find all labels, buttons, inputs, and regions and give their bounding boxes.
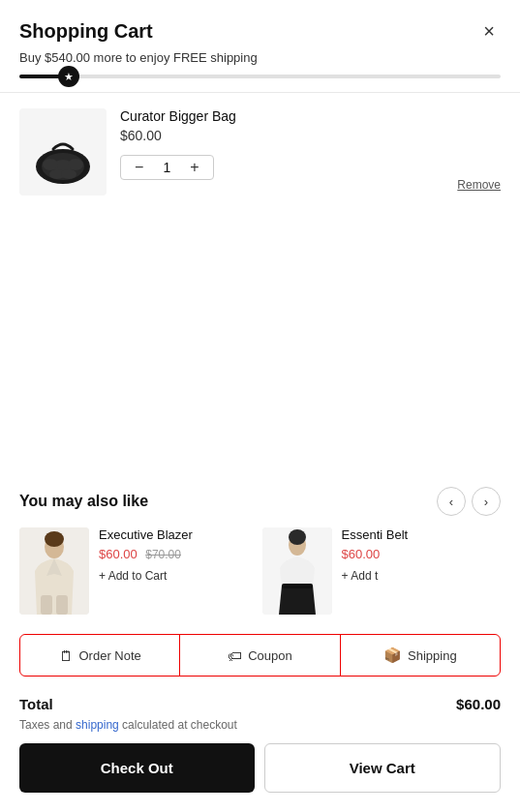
rec-details-1: Essenti Belt $60.00 + Add t <box>342 527 409 615</box>
item-image <box>19 108 107 195</box>
progress-bar-wrap: ★ <box>0 75 520 92</box>
rec-name-1: Essenti Belt <box>342 527 409 542</box>
svg-point-3 <box>43 159 58 170</box>
svg-point-15 <box>289 529 306 545</box>
svg-point-4 <box>68 159 83 170</box>
cart-header: Shopping Cart × <box>0 0 520 50</box>
recommendations-header: You may also like ‹ › <box>19 487 501 516</box>
checkout-button[interactable]: Check Out <box>19 743 255 793</box>
close-button[interactable]: × <box>477 19 501 43</box>
recommendations-section: You may also like ‹ › <box>0 471 520 624</box>
rec-item-0: Executive Blazer $60.00 $70.00 + Add to … <box>19 527 251 615</box>
rec-details-0: Executive Blazer $60.00 $70.00 + Add to … <box>99 527 193 615</box>
quantity-increase-button[interactable]: + <box>186 160 202 175</box>
rec-sale-price-1: $60.00 <box>342 547 381 561</box>
cart-title: Shopping Cart <box>19 20 153 43</box>
rec-image-1 <box>262 527 332 615</box>
shipping-link[interactable]: shipping <box>76 718 119 732</box>
rec-name-0: Executive Blazer <box>99 527 193 542</box>
order-note-button[interactable]: 🗒 Order Note <box>20 635 179 676</box>
quantity-controls: − 1 + <box>120 155 214 180</box>
order-note-icon: 🗒 <box>59 647 74 664</box>
progress-star-icon: ★ <box>58 66 79 87</box>
quantity-value: 1 <box>159 160 174 175</box>
spacer <box>0 211 520 471</box>
item-name: Curator Bigger Bag <box>120 108 444 124</box>
svg-rect-9 <box>41 595 52 615</box>
shipping-icon: 📦 <box>383 647 402 664</box>
tax-prefix: Taxes and <box>19 718 76 732</box>
next-arrow-button[interactable]: › <box>472 487 501 516</box>
prev-arrow-button[interactable]: ‹ <box>437 487 466 516</box>
total-label: Total <box>19 696 53 712</box>
total-section: Total $60.00 <box>0 686 520 716</box>
nav-arrows: ‹ › <box>437 487 501 516</box>
svg-rect-14 <box>282 584 313 588</box>
rec-price-1: $60.00 <box>342 545 409 562</box>
tax-suffix: calculated at checkout <box>119 718 237 732</box>
shipping-button[interactable]: 📦 Shipping <box>340 635 500 676</box>
progress-bar-bg: ★ <box>19 75 501 78</box>
rec-orig-price-0: $70.00 <box>145 548 181 561</box>
cart-panel: Shopping Cart × Buy $540.00 more to enjo… <box>0 0 520 812</box>
rec-add-button-1[interactable]: + Add t <box>342 569 409 583</box>
coupon-label: Coupon <box>248 648 292 663</box>
recommendations-title: You may also like <box>19 493 148 510</box>
rec-add-button-0[interactable]: + Add to Cart <box>99 569 193 583</box>
item-price: $60.00 <box>120 128 444 143</box>
remove-button[interactable]: Remove <box>457 178 501 192</box>
action-bar: 🗒 Order Note 🏷 Coupon 📦 Shipping <box>19 634 501 677</box>
checkout-row: Check Out View Cart <box>0 743 520 812</box>
view-cart-button[interactable]: View Cart <box>264 743 502 793</box>
shipping-label: Shipping <box>408 648 457 663</box>
tax-note: Taxes and shipping calculated at checkou… <box>0 716 520 743</box>
recommendation-list: Executive Blazer $60.00 $70.00 + Add to … <box>19 527 501 615</box>
rec-item-1: Essenti Belt $60.00 + Add t <box>262 527 494 615</box>
bag-svg <box>29 118 97 186</box>
rec-price-0: $60.00 $70.00 <box>99 545 193 562</box>
coupon-icon: 🏷 <box>228 647 242 664</box>
svg-rect-10 <box>56 595 68 615</box>
item-details: Curator Bigger Bag $60.00 − 1 + <box>120 108 444 180</box>
cart-item: Curator Bigger Bag $60.00 − 1 + Remove <box>0 93 520 211</box>
quantity-decrease-button[interactable]: − <box>131 160 147 175</box>
total-amount: $60.00 <box>456 696 501 712</box>
svg-point-6 <box>61 169 76 179</box>
order-note-label: Order Note <box>79 648 141 663</box>
coupon-button[interactable]: 🏷 Coupon <box>179 635 339 676</box>
rec-image-0 <box>19 527 89 615</box>
svg-point-11 <box>45 531 64 547</box>
rec-sale-price-0: $60.00 <box>99 547 138 561</box>
